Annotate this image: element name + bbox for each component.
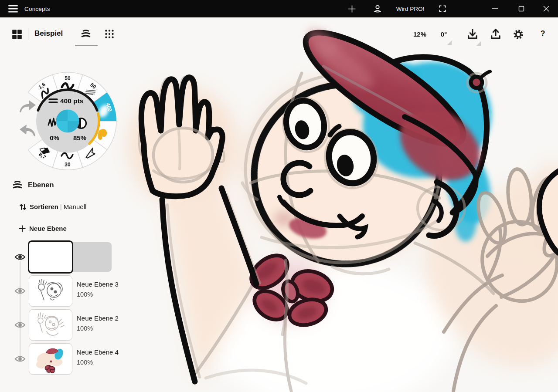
maximize-icon <box>518 5 525 12</box>
rotation-flyout-indicator <box>447 41 452 45</box>
title-bar: Concepts Wird PRO! <box>0 0 558 17</box>
layer-opacity-3[interactable]: 100% <box>77 325 93 332</box>
layer-visibility-toggle-1[interactable] <box>14 253 26 261</box>
sort-mode-value: Manuell <box>64 203 87 210</box>
app-title-label: Concepts <box>24 6 50 12</box>
plus-icon <box>18 225 26 233</box>
fullscreen-icon <box>438 4 447 13</box>
fullscreen-button[interactable] <box>433 0 452 17</box>
go-pro-label: Wird PRO! <box>396 6 425 12</box>
person-icon <box>373 4 382 14</box>
maximize-button[interactable] <box>511 0 531 17</box>
eye-icon <box>14 287 26 295</box>
layers-icon <box>11 179 24 191</box>
artwork-sketch <box>0 0 558 392</box>
help-button[interactable]: ? <box>538 29 548 38</box>
tab-layers-view[interactable] <box>80 28 92 40</box>
sort-label: Sortieren <box>30 203 58 210</box>
layer-thumbnail-1[interactable] <box>28 240 73 274</box>
drawing-canvas[interactable] <box>0 0 558 392</box>
rotation-readout[interactable]: 0° <box>435 30 453 38</box>
settings-button[interactable] <box>512 28 525 41</box>
brush-tool-wheel: 1,6 50 50 400 30 8,7 400 pts 0% 85% <box>16 70 119 172</box>
new-layer-button[interactable]: Neue Ebene <box>18 224 97 234</box>
sort-arrows-icon <box>18 203 27 211</box>
active-tab-indicator <box>75 45 98 46</box>
app-title: Concepts <box>24 0 64 17</box>
eye-icon <box>14 355 26 363</box>
sort-control[interactable]: Sortieren|Manuell <box>18 202 119 213</box>
tab-grid-view[interactable] <box>104 28 116 41</box>
opacity-readout[interactable]: 85% <box>73 134 86 142</box>
close-icon <box>543 5 550 12</box>
layer-name-4[interactable]: Neue Ebene 4 <box>77 348 119 356</box>
wheel-label-wave: 30 <box>65 162 71 168</box>
zoom-readout[interactable]: 12% <box>409 30 431 38</box>
layer-thumbnail-4[interactable] <box>29 343 72 375</box>
export-button[interactable] <box>489 28 502 41</box>
layer-opacity-2[interactable]: 100% <box>77 291 93 298</box>
gear-icon <box>512 28 524 41</box>
layer-visibility-toggle-4[interactable] <box>14 355 26 363</box>
gallery-button[interactable] <box>11 29 24 41</box>
minimize-icon <box>492 5 499 12</box>
layer-thumbnail-2[interactable] <box>29 275 72 307</box>
import-button[interactable] <box>466 28 479 41</box>
new-document-button[interactable] <box>343 0 361 17</box>
import-download-icon <box>466 28 479 41</box>
layer4-color-preview <box>29 344 72 375</box>
dots-grid-icon <box>104 28 115 40</box>
layers-panel-title: Ebenen <box>28 181 54 189</box>
close-button[interactable] <box>536 0 556 17</box>
layer-visibility-toggle-3[interactable] <box>14 321 26 329</box>
layer-thumbnail-3[interactable] <box>29 309 72 341</box>
size-readout[interactable]: 400 pts <box>60 97 83 105</box>
layer-name-2[interactable]: Neue Ebene 3 <box>77 280 119 288</box>
go-pro-button[interactable]: Wird PRO! <box>389 0 431 17</box>
export-upload-icon <box>489 28 502 41</box>
toolbar-divider <box>28 28 28 40</box>
layer2-sketch-preview <box>29 276 72 307</box>
plus-icon <box>348 5 356 13</box>
redo-arrow-button[interactable] <box>20 100 36 112</box>
document-title[interactable]: Beispiel <box>34 29 63 38</box>
hamburger-menu-button[interactable] <box>3 0 23 17</box>
eye-icon <box>14 253 26 261</box>
sort-separator: | <box>58 203 64 210</box>
layer-opacity-4[interactable]: 100% <box>77 359 93 366</box>
minimize-button[interactable] <box>485 0 505 17</box>
gallery-grid-icon <box>11 29 23 40</box>
smoothing-readout[interactable]: 0% <box>50 134 59 142</box>
wheel-label-marker: 50 <box>65 75 71 81</box>
import-flyout-indicator <box>476 41 481 46</box>
layer-connector-line <box>20 261 20 360</box>
layer3-sketch-preview <box>29 310 72 341</box>
hamburger-icon <box>8 5 18 13</box>
layer-visibility-toggle-2[interactable] <box>14 287 26 295</box>
layers-panel-toggle[interactable] <box>11 179 24 191</box>
layers-stack-icon <box>80 28 92 40</box>
new-layer-label: Neue Ebene <box>29 225 67 232</box>
account-button[interactable] <box>368 0 387 17</box>
layer-name-3[interactable]: Neue Ebene 2 <box>77 314 119 322</box>
undo-arrow-button[interactable] <box>20 125 35 136</box>
eye-icon <box>14 321 26 329</box>
